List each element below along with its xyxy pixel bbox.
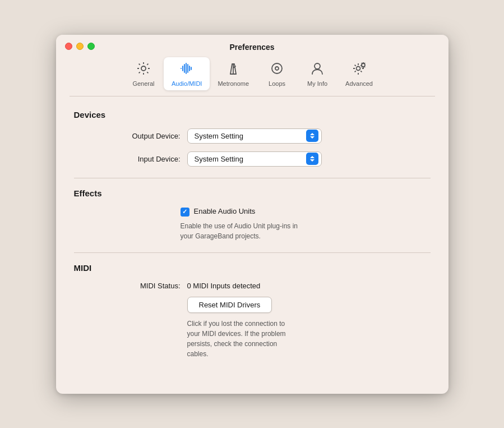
content-area: Devices Output Device: System Setting In… bbox=[56, 96, 448, 394]
loops-icon bbox=[269, 61, 285, 79]
devices-title: Devices bbox=[74, 110, 431, 119]
gear-advanced-icon bbox=[352, 61, 367, 79]
close-button[interactable] bbox=[65, 43, 72, 50]
audio-midi-icon bbox=[179, 61, 195, 79]
svg-point-12 bbox=[272, 63, 282, 73]
devices-effects-divider bbox=[74, 178, 431, 178]
effects-title: Effects bbox=[74, 188, 431, 198]
tab-audio-midi[interactable]: Audio/MIDI bbox=[164, 57, 210, 90]
tab-advanced-label: Advanced bbox=[345, 80, 373, 87]
tab-advanced[interactable]: Advanced bbox=[337, 57, 381, 90]
tab-loops[interactable]: Loops bbox=[257, 57, 297, 90]
checkmark-icon: ✓ bbox=[182, 209, 187, 215]
maximize-button[interactable] bbox=[87, 43, 95, 50]
window-title: Preferences bbox=[229, 43, 274, 52]
midi-title: MIDI bbox=[74, 263, 431, 273]
svg-point-13 bbox=[275, 67, 279, 70]
toolbar: General Audio/MIDI bbox=[56, 52, 448, 96]
input-device-select[interactable]: System Setting bbox=[187, 151, 322, 167]
enable-audio-units-checkbox[interactable]: ✓ bbox=[181, 208, 189, 217]
gear-icon bbox=[136, 61, 151, 79]
tab-metronome-label: Metronome bbox=[218, 80, 249, 87]
effects-section: Effects ✓ Enable Audio Units Enable the … bbox=[74, 188, 431, 241]
minimize-button[interactable] bbox=[76, 43, 84, 50]
output-device-label: Output Device: bbox=[108, 132, 181, 140]
midi-status-value: 0 MIDI Inputs detected bbox=[187, 282, 261, 290]
tab-metronome[interactable]: Metronome bbox=[210, 57, 257, 90]
effects-description: Enable the use of Audio Unit plug-ins in… bbox=[74, 221, 309, 241]
svg-point-16 bbox=[362, 63, 365, 67]
effects-midi-divider bbox=[74, 252, 431, 253]
person-icon bbox=[309, 61, 325, 79]
preferences-window: Preferences General bbox=[56, 35, 448, 394]
reset-midi-drivers-button[interactable]: Reset MIDI Drivers bbox=[187, 297, 272, 313]
output-device-row: Output Device: System Setting bbox=[74, 128, 431, 144]
svg-point-0 bbox=[141, 66, 146, 71]
tab-loops-label: Loops bbox=[269, 80, 285, 87]
input-device-select-wrapper: System Setting bbox=[187, 151, 322, 167]
traffic-lights bbox=[65, 43, 95, 50]
tab-my-info-label: My Info bbox=[307, 80, 327, 87]
enable-audio-units-row: ✓ Enable Audio Units bbox=[74, 207, 431, 217]
svg-point-14 bbox=[315, 63, 320, 69]
midi-reset-description: Click if you lost the connection to your… bbox=[74, 319, 287, 359]
midi-status-row: MIDI Status: 0 MIDI Inputs detected bbox=[74, 282, 431, 290]
input-device-label: Input Device: bbox=[108, 155, 181, 163]
tab-general[interactable]: General bbox=[123, 57, 164, 90]
midi-section: MIDI MIDI Status: 0 MIDI Inputs detected… bbox=[74, 263, 431, 359]
title-bar: Preferences bbox=[56, 35, 448, 52]
input-device-row: Input Device: System Setting bbox=[74, 151, 431, 167]
devices-section: Devices Output Device: System Setting In… bbox=[74, 110, 431, 167]
svg-point-15 bbox=[356, 66, 360, 70]
output-device-select-wrapper: System Setting bbox=[187, 128, 322, 144]
tab-audio-midi-label: Audio/MIDI bbox=[172, 80, 202, 87]
tab-my-info[interactable]: My Info bbox=[297, 57, 337, 90]
midi-status-label: MIDI Status: bbox=[108, 282, 181, 290]
metronome-icon bbox=[225, 61, 241, 79]
tab-general-label: General bbox=[132, 80, 154, 87]
enable-audio-units-label: Enable Audio Units bbox=[194, 207, 256, 215]
output-device-select[interactable]: System Setting bbox=[187, 128, 322, 144]
